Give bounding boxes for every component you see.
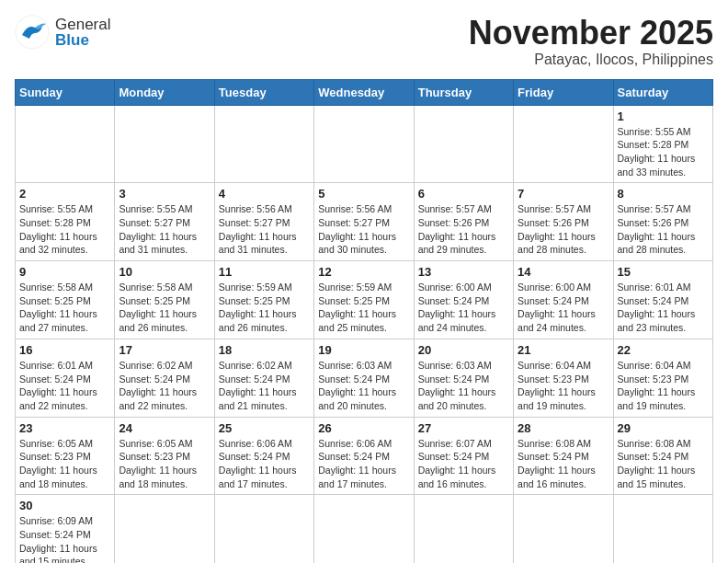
day-info: Sunrise: 6:07 AMSunset: 5:24 PMDaylight:… [418,437,509,491]
day-number: 17 [119,343,210,357]
day-info: Sunrise: 6:02 AMSunset: 5:24 PMDaylight:… [219,359,310,413]
calendar-cell [16,105,115,183]
calendar-cell: 17Sunrise: 6:02 AMSunset: 5:24 PMDayligh… [115,339,214,417]
day-number: 18 [219,343,310,357]
calendar-cell [514,495,613,563]
calendar-cell: 4Sunrise: 5:56 AMSunset: 5:27 PMDaylight… [214,183,313,261]
day-number: 20 [418,343,509,357]
calendar-cell: 20Sunrise: 6:03 AMSunset: 5:24 PMDayligh… [414,339,513,417]
day-info: Sunrise: 6:08 AMSunset: 5:24 PMDaylight:… [518,437,609,491]
calendar-cell: 6Sunrise: 5:57 AMSunset: 5:26 PMDaylight… [414,183,513,261]
logo-bird-icon [15,15,50,50]
month-title: November 2025 [469,15,713,52]
day-number: 2 [19,187,110,201]
weekday-header: Saturday [613,79,712,105]
day-info: Sunrise: 5:56 AMSunset: 5:27 PMDaylight:… [318,202,409,257]
weekday-header: Wednesday [314,79,414,105]
day-info: Sunrise: 6:02 AMSunset: 5:24 PMDaylight:… [119,359,210,413]
calendar-cell: 8Sunrise: 5:57 AMSunset: 5:26 PMDaylight… [613,183,712,261]
day-info: Sunrise: 5:55 AMSunset: 5:28 PMDaylight:… [618,125,709,179]
calendar-cell: 28Sunrise: 6:08 AMSunset: 5:24 PMDayligh… [514,417,613,495]
calendar-cell: 11Sunrise: 5:59 AMSunset: 5:25 PMDayligh… [214,261,313,339]
calendar-cell [314,105,414,183]
calendar-cell: 23Sunrise: 6:05 AMSunset: 5:23 PMDayligh… [16,417,115,495]
day-number: 8 [618,187,709,201]
weekday-header: Friday [514,79,613,105]
day-number: 27 [418,421,509,435]
calendar-cell: 27Sunrise: 6:07 AMSunset: 5:24 PMDayligh… [414,417,513,495]
day-info: Sunrise: 5:58 AMSunset: 5:25 PMDaylight:… [19,281,110,335]
day-info: Sunrise: 6:00 AMSunset: 5:24 PMDaylight:… [418,281,509,335]
day-number: 6 [418,187,509,201]
calendar-cell: 26Sunrise: 6:06 AMSunset: 5:24 PMDayligh… [314,417,414,495]
day-info: Sunrise: 6:06 AMSunset: 5:24 PMDaylight:… [219,437,310,491]
calendar-cell: 25Sunrise: 6:06 AMSunset: 5:24 PMDayligh… [214,417,313,495]
calendar-cell: 12Sunrise: 5:59 AMSunset: 5:25 PMDayligh… [314,261,414,339]
calendar-cell [115,495,214,563]
day-info: Sunrise: 5:59 AMSunset: 5:25 PMDaylight:… [219,281,310,335]
calendar-cell: 24Sunrise: 6:05 AMSunset: 5:23 PMDayligh… [115,417,214,495]
day-number: 23 [19,421,110,435]
week-row: 23Sunrise: 6:05 AMSunset: 5:23 PMDayligh… [16,417,713,495]
weekday-header-row: SundayMondayTuesdayWednesdayThursdayFrid… [16,79,713,105]
calendar-cell [414,495,513,563]
calendar-cell: 29Sunrise: 6:08 AMSunset: 5:24 PMDayligh… [613,417,712,495]
day-number: 7 [518,187,609,201]
day-number: 1 [618,109,709,123]
day-info: Sunrise: 6:01 AMSunset: 5:24 PMDaylight:… [618,281,709,335]
weekday-header: Thursday [414,79,513,105]
day-number: 3 [119,187,210,201]
day-info: Sunrise: 6:03 AMSunset: 5:24 PMDaylight:… [318,359,409,413]
day-info: Sunrise: 6:08 AMSunset: 5:24 PMDaylight:… [618,437,709,491]
page-header: General Blue November 2025 Patayac, Iloc… [15,15,713,68]
day-number: 19 [318,343,409,357]
day-number: 28 [518,421,609,435]
week-row: 16Sunrise: 6:01 AMSunset: 5:24 PMDayligh… [16,339,713,417]
calendar-cell [613,495,712,563]
day-number: 10 [119,265,210,279]
calendar-cell [214,105,313,183]
day-info: Sunrise: 5:59 AMSunset: 5:25 PMDaylight:… [318,281,409,335]
calendar-cell: 2Sunrise: 5:55 AMSunset: 5:28 PMDaylight… [16,183,115,261]
day-info: Sunrise: 5:57 AMSunset: 5:26 PMDaylight:… [518,202,609,257]
day-info: Sunrise: 6:05 AMSunset: 5:23 PMDaylight:… [19,437,110,491]
day-number: 25 [219,421,310,435]
day-info: Sunrise: 6:05 AMSunset: 5:23 PMDaylight:… [119,437,210,491]
day-number: 12 [318,265,409,279]
calendar-cell: 19Sunrise: 6:03 AMSunset: 5:24 PMDayligh… [314,339,414,417]
calendar-cell: 30Sunrise: 6:09 AMSunset: 5:24 PMDayligh… [16,495,115,563]
day-number: 4 [219,187,310,201]
day-info: Sunrise: 6:09 AMSunset: 5:24 PMDaylight:… [19,514,110,563]
calendar-cell: 1Sunrise: 5:55 AMSunset: 5:28 PMDaylight… [613,105,712,183]
day-info: Sunrise: 6:03 AMSunset: 5:24 PMDaylight:… [418,359,509,413]
day-info: Sunrise: 5:58 AMSunset: 5:25 PMDaylight:… [119,281,210,335]
title-block: November 2025 Patayac, Ilocos, Philippin… [469,15,713,68]
weekday-header: Tuesday [214,79,313,105]
day-info: Sunrise: 5:56 AMSunset: 5:27 PMDaylight:… [219,202,310,257]
week-row: 30Sunrise: 6:09 AMSunset: 5:24 PMDayligh… [16,495,713,563]
day-info: Sunrise: 5:55 AMSunset: 5:27 PMDaylight:… [119,202,210,257]
day-info: Sunrise: 6:00 AMSunset: 5:24 PMDaylight:… [518,281,609,335]
calendar-cell: 7Sunrise: 5:57 AMSunset: 5:26 PMDaylight… [514,183,613,261]
day-number: 9 [19,265,110,279]
week-row: 2Sunrise: 5:55 AMSunset: 5:28 PMDaylight… [16,183,713,261]
day-number: 24 [119,421,210,435]
day-info: Sunrise: 5:55 AMSunset: 5:28 PMDaylight:… [19,202,110,257]
calendar-cell: 21Sunrise: 6:04 AMSunset: 5:23 PMDayligh… [514,339,613,417]
calendar-cell: 22Sunrise: 6:04 AMSunset: 5:23 PMDayligh… [613,339,712,417]
day-number: 22 [618,343,709,357]
calendar-cell: 18Sunrise: 6:02 AMSunset: 5:24 PMDayligh… [214,339,313,417]
logo: General Blue [15,15,110,50]
day-number: 13 [418,265,509,279]
calendar-cell [314,495,414,563]
day-number: 16 [19,343,110,357]
day-number: 26 [318,421,409,435]
calendar-cell: 9Sunrise: 5:58 AMSunset: 5:25 PMDaylight… [16,261,115,339]
calendar-cell [414,105,513,183]
calendar-cell: 10Sunrise: 5:58 AMSunset: 5:25 PMDayligh… [115,261,214,339]
day-number: 30 [19,499,110,512]
calendar-cell: 16Sunrise: 6:01 AMSunset: 5:24 PMDayligh… [16,339,115,417]
day-number: 5 [318,187,409,201]
day-info: Sunrise: 6:04 AMSunset: 5:23 PMDaylight:… [618,359,709,413]
calendar-cell: 3Sunrise: 5:55 AMSunset: 5:27 PMDaylight… [115,183,214,261]
